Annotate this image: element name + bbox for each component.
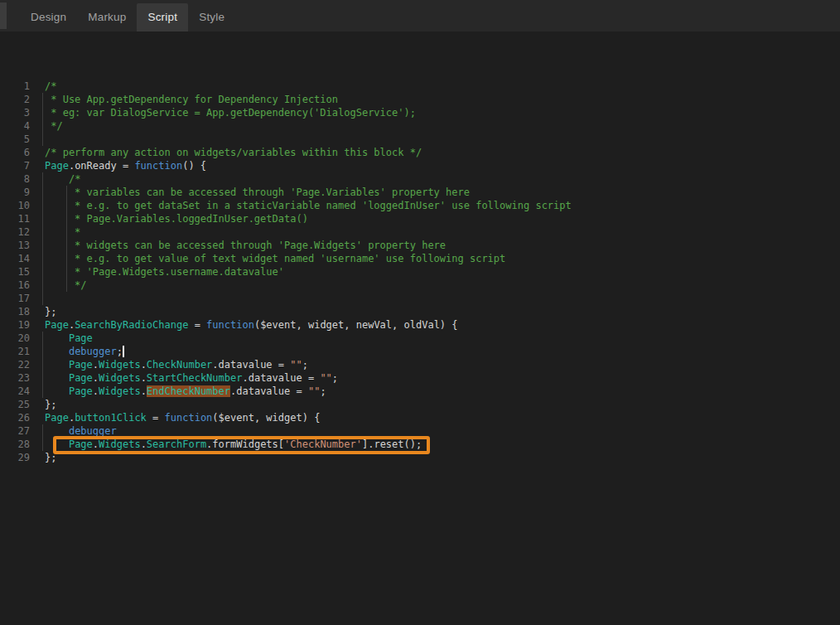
code-line-text: Page.Widgets.SearchForm.formWidgets['Che…	[30, 438, 422, 451]
line-number: 20	[0, 332, 30, 345]
code-line[interactable]: 19Page.SearchByRadioChange = function($e…	[0, 318, 840, 332]
code-line[interactable]: 10 * e.g. to get dataSet in a staticVari…	[0, 199, 840, 212]
line-number: 23	[0, 371, 30, 385]
indent-guide	[42, 424, 43, 451]
line-number: 16	[0, 279, 30, 292]
line-number: 6	[0, 146, 30, 159]
code-line[interactable]: 13 * widgets can be accessed through 'Pa…	[0, 239, 840, 252]
code-line[interactable]: 5	[0, 133, 840, 146]
code-line[interactable]: 20 Page	[0, 332, 840, 345]
tab-bar-tabs: DesignMarkupScriptStyle	[20, 0, 235, 31]
code-line[interactable]: 9 * variables can be accessed through 'P…	[0, 186, 840, 199]
line-number: 14	[0, 252, 30, 265]
line-number: 11	[0, 212, 30, 225]
code-line-text: /* perform any action on widgets/variabl…	[30, 146, 422, 159]
line-number: 26	[0, 411, 30, 424]
code-line-text: * variables can be accessed through 'Pag…	[30, 186, 470, 199]
line-number: 10	[0, 199, 30, 212]
line-number: 27	[0, 424, 30, 438]
line-number: 21	[0, 345, 30, 358]
line-number: 8	[0, 172, 30, 186]
code-line-text: */	[30, 279, 87, 292]
code-line-text: * e.g. to get value of text widget named…	[30, 252, 505, 265]
code-line-text: Page.onReady = function() {	[30, 159, 206, 172]
code-line-text: Page	[30, 332, 93, 345]
line-number: 17	[0, 292, 30, 305]
code-line-text: * eg: var DialogService = App.getDepende…	[30, 106, 416, 119]
tab-design[interactable]: Design	[20, 3, 77, 31]
line-number: 22	[0, 358, 30, 371]
line-number: 15	[0, 265, 30, 279]
occurrence-highlight: EndCheckNumber	[147, 385, 230, 397]
line-number: 9	[0, 186, 30, 199]
code-line[interactable]: 16 */	[0, 279, 840, 292]
code-line-text: };	[30, 305, 56, 318]
code-line[interactable]: 25};	[0, 398, 840, 411]
code-line[interactable]: 26Page.button1Click = function($event, w…	[0, 411, 840, 424]
code-line[interactable]: 3 * eg: var DialogService = App.getDepen…	[0, 106, 840, 119]
code-line[interactable]: 1/*	[0, 80, 840, 93]
line-number: 5	[0, 133, 30, 146]
line-number: 4	[0, 119, 30, 133]
code-line-text: */	[30, 119, 63, 133]
line-number: 19	[0, 318, 30, 332]
code-line[interactable]: 12 *	[0, 225, 840, 239]
line-number: 3	[0, 106, 30, 119]
code-line-text: Page.SearchByRadioChange = function($eve…	[30, 318, 458, 332]
code-line[interactable]: 2 * Use App.getDependency for Dependency…	[0, 93, 840, 106]
indent-guide	[42, 172, 43, 305]
line-number: 13	[0, 239, 30, 252]
indent-guide	[42, 93, 43, 146]
code-line[interactable]: 14 * e.g. to get value of text widget na…	[0, 252, 840, 265]
code-block[interactable]: 1/*2 * Use App.getDependency for Depende…	[0, 80, 840, 464]
code-line[interactable]: 8 /*	[0, 172, 840, 186]
tab-script[interactable]: Script	[137, 3, 188, 31]
code-line[interactable]: 27 debugger	[0, 424, 840, 438]
code-line[interactable]: 15 * 'Page.Widgets.username.datavalue'	[0, 265, 840, 279]
code-line-text: Page.button1Click = function($event, wid…	[30, 411, 320, 424]
line-number: 29	[0, 451, 30, 464]
code-line-text: Page.Widgets.StartCheckNumber.datavalue …	[30, 371, 338, 385]
indent-guide	[66, 186, 67, 292]
code-line[interactable]: 29};	[0, 451, 840, 464]
left-panel-edge[interactable]	[0, 2, 7, 29]
code-line-text: };	[30, 398, 56, 411]
code-line-text: /*	[30, 80, 56, 93]
code-line[interactable]: 11 * Page.Variables.loggedInUser.getData…	[0, 212, 840, 225]
code-line-text: *	[30, 225, 80, 239]
line-number: 7	[0, 159, 30, 172]
code-line-text: debugger;	[30, 345, 124, 358]
code-line-text: * widgets can be accessed through 'Page.…	[30, 239, 446, 252]
line-number: 1	[0, 80, 30, 93]
line-number: 12	[0, 225, 30, 239]
code-line[interactable]: 24 Page.Widgets.EndCheckNumber.datavalue…	[0, 385, 840, 398]
code-line[interactable]: 6/* perform any action on widgets/variab…	[0, 146, 840, 159]
code-line[interactable]: 23 Page.Widgets.StartCheckNumber.dataval…	[0, 371, 840, 385]
code-line[interactable]: 21 debugger;	[0, 345, 840, 358]
code-line-text: Page.Widgets.EndCheckNumber.datavalue = …	[30, 385, 326, 398]
code-line-text: /*	[30, 172, 80, 186]
line-number: 28	[0, 438, 30, 451]
code-line-text: Page.Widgets.CheckNumber.datavalue = "";	[30, 358, 308, 371]
code-line-text: * e.g. to get dataSet in a staticVariabl…	[30, 199, 572, 212]
tab-style[interactable]: Style	[188, 3, 235, 31]
code-line[interactable]: 28 Page.Widgets.SearchForm.formWidgets['…	[0, 438, 840, 451]
code-line[interactable]: 22 Page.Widgets.CheckNumber.datavalue = …	[0, 358, 840, 371]
line-number: 2	[0, 93, 30, 106]
line-number: 18	[0, 305, 30, 318]
code-line-text: * Use App.getDependency for Dependency I…	[30, 93, 338, 106]
line-number: 25	[0, 398, 30, 411]
text-cursor	[123, 346, 124, 357]
code-line[interactable]: 17	[0, 292, 840, 305]
tab-markup[interactable]: Markup	[77, 3, 137, 31]
indent-guide	[42, 332, 43, 398]
script-code-editor[interactable]: 1/*2 * Use App.getDependency for Depende…	[0, 31, 840, 625]
code-line-text: * Page.Variables.loggedInUser.getData()	[30, 212, 308, 225]
code-line[interactable]: 18};	[0, 305, 840, 318]
code-line[interactable]: 7Page.onReady = function() {	[0, 159, 840, 172]
editor-tab-bar: DesignMarkupScriptStyle	[0, 0, 840, 31]
code-line-text: * 'Page.Widgets.username.datavalue'	[30, 265, 284, 279]
line-number: 24	[0, 385, 30, 398]
code-line-text: };	[30, 451, 56, 464]
code-line[interactable]: 4 */	[0, 119, 840, 133]
